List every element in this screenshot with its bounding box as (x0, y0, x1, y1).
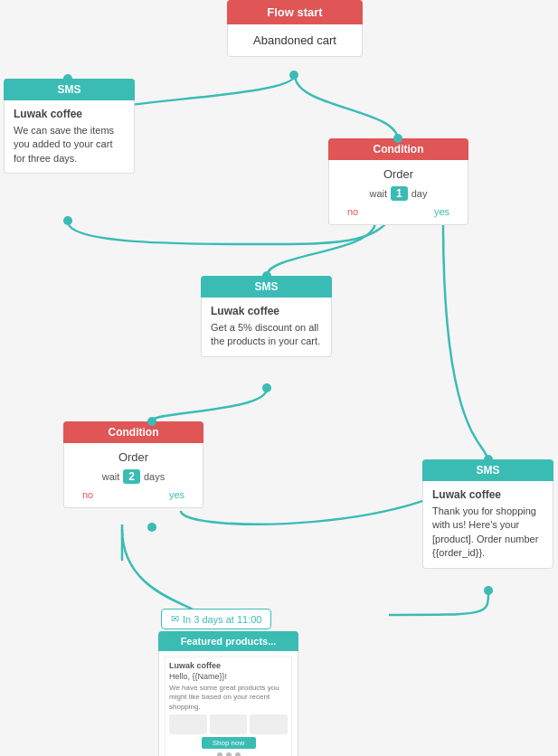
flow-start-node[interactable]: Flow start Abandoned cart (227, 0, 363, 57)
dot-cond2-bottom (147, 523, 156, 532)
dot-sms2-bottom (262, 383, 271, 392)
sms-node-3[interactable]: SMS Luwak coffee Thank you for shopping … (422, 459, 553, 569)
condition-node-1[interactable]: Condition Order wait 1 day no yes (328, 138, 468, 225)
schedule-node[interactable]: ✉ In 3 days at 11:00 (161, 609, 271, 629)
sms-sender-3: Luwak coffee (432, 488, 544, 501)
dot-sms1-bottom (63, 216, 72, 225)
ep-footer-dot-3 (235, 752, 241, 756)
email-preview-inner: Luwak coffee Hello, {{Name}}! We have so… (165, 657, 292, 756)
sms-body-2: Luwak coffee Get a 5% discount on all th… (201, 298, 332, 357)
sms-message-3: Thank you for shopping with us! Here's y… (432, 505, 544, 561)
flow-start-body: Abandoned cart (227, 24, 363, 57)
yes-label-1: yes (434, 206, 449, 217)
no-label-2: no (82, 489, 93, 500)
sms-node-2[interactable]: SMS Luwak coffee Get a 5% discount on al… (201, 276, 332, 357)
ep-products (169, 714, 288, 734)
sms-body-3: Luwak coffee Thank you for shopping with… (422, 481, 553, 569)
email-preview-body: Luwak coffee Hello, {{Name}}! We have so… (158, 651, 298, 756)
condition-header-2: Condition (63, 421, 203, 443)
wait-label-1: wait (370, 188, 388, 199)
condition-body-2: Order wait 2 days no yes (63, 443, 203, 508)
ep-product-3 (250, 714, 288, 734)
days-label-2: days (144, 471, 165, 482)
dot-flowstart-bottom (289, 71, 298, 80)
condition-order-label-2: Order (73, 450, 194, 464)
sms-message-2: Get a 5% discount on all the products in… (211, 321, 322, 349)
ep-footer-dot-2 (226, 752, 232, 756)
condition-node-2[interactable]: Condition Order wait 2 days no yes (63, 421, 203, 508)
schedule-label: In 3 days at 11:00 (183, 614, 261, 625)
ep-body-text: We have some great products you might li… (169, 684, 288, 712)
sms-sender-1: Luwak coffee (14, 108, 125, 120)
wait-label-2: wait (102, 471, 120, 482)
no-label-1: no (347, 206, 358, 217)
sms-node-1[interactable]: SMS Luwak coffee We can save the items y… (4, 79, 135, 174)
yes-label-2: yes (169, 489, 184, 500)
ep-product-1 (169, 714, 207, 734)
dot-cond2-top (147, 417, 156, 426)
ep-greeting: Hello, {{Name}}! (169, 672, 288, 681)
sms-body-1: Luwak coffee We can save the items you a… (4, 100, 135, 174)
email-preview-header: Featured products... (158, 631, 298, 651)
ep-product-2 (210, 714, 248, 734)
sms-message-1: We can save the items you added to your … (14, 124, 125, 165)
flow-canvas: Flow start Abandoned cart SMS Luwak coff… (0, 0, 558, 756)
condition-body-1: Order wait 1 day no yes (328, 160, 468, 225)
day-label-1: day (411, 188, 428, 199)
ep-footer (169, 752, 288, 756)
ep-sender: Luwak coffee (169, 661, 288, 670)
dot-sms2-top (262, 271, 271, 280)
dot-sms3-bottom (484, 586, 493, 595)
dot-sms3-top (484, 455, 493, 464)
dot-sms1-top (63, 74, 72, 83)
ep-footer-dot-1 (217, 752, 222, 756)
wait-num-1: 1 (391, 186, 408, 201)
sms-sender-2: Luwak coffee (211, 305, 322, 317)
schedule-icon: ✉ (171, 613, 179, 625)
ep-cta-button[interactable]: Shop now (202, 737, 256, 749)
email-preview-node[interactable]: Featured products... Luwak coffee Hello,… (158, 631, 298, 756)
wait-num-2: 2 (123, 469, 140, 484)
dot-cond1-top (393, 134, 402, 143)
condition-order-label-1: Order (338, 167, 459, 181)
flow-start-header: Flow start (227, 0, 363, 24)
